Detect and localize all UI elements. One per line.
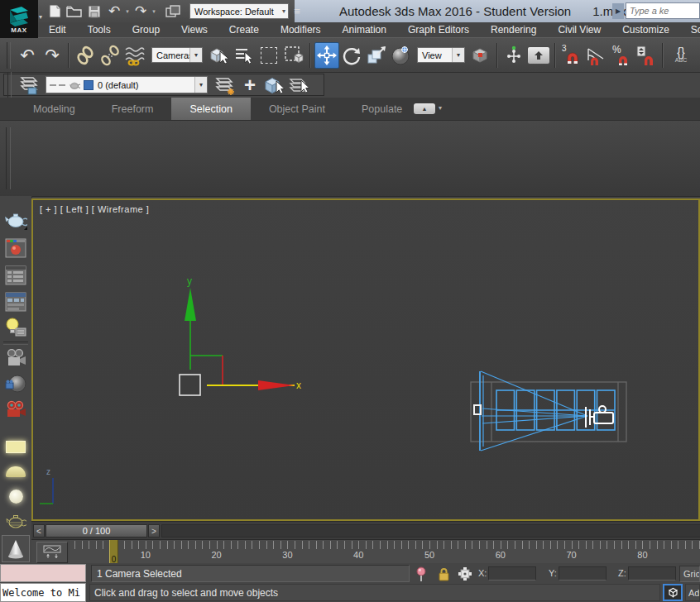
menu-item[interactable]: Create <box>218 24 270 36</box>
toggle-layer-explorer-button[interactable] <box>16 72 41 98</box>
menu-item[interactable]: Tools <box>77 24 122 36</box>
toolbar-overflow-button[interactable]: ≡ <box>290 2 304 21</box>
add-selection-to-layer-button[interactable]: + <box>237 72 262 98</box>
search-go-button[interactable]: ▶ <box>612 3 624 19</box>
edit-named-selection-sets-button[interactable]: {} ABC <box>667 42 695 69</box>
ribbon-tab[interactable]: Object Paint <box>251 98 343 120</box>
undo-button[interactable]: ↶ <box>105 2 123 21</box>
create-cone-button[interactable] <box>2 535 30 562</box>
workspace-dropdown[interactable]: Workspace: Default ▾ <box>189 3 289 19</box>
menu-item[interactable]: Customize <box>611 24 680 36</box>
select-and-link-button[interactable] <box>73 42 98 69</box>
project-folder-button[interactable] <box>164 2 182 21</box>
layer-color-swatch[interactable] <box>84 80 93 90</box>
window-crossing-toggle[interactable] <box>281 42 306 69</box>
link-chain-icon <box>75 45 95 66</box>
menu-item[interactable]: Group <box>122 24 170 36</box>
create-physical-camera-button[interactable] <box>3 371 28 396</box>
select-and-rotate-button[interactable] <box>339 42 364 69</box>
curve-editor-button[interactable] <box>3 263 28 288</box>
create-dome-button[interactable] <box>3 459 28 484</box>
layer-toolbar-grip[interactable] <box>7 72 12 98</box>
new-file-button[interactable] <box>46 2 64 21</box>
snaps-toggle-button[interactable]: 3 <box>559 42 584 69</box>
rendered-frame-window-button[interactable] <box>3 236 28 260</box>
absolute-offset-mode-toggle[interactable] <box>458 566 472 585</box>
menu-item[interactable]: Graph Editors <box>397 24 480 36</box>
create-teapot-button[interactable] <box>3 509 28 533</box>
logo-dropdown-arrow[interactable]: ▾ <box>39 13 42 21</box>
menu-item[interactable]: Animation <box>332 24 397 36</box>
maxscript-mini-listener[interactable]: Welcome to Mi <box>0 583 86 602</box>
unlink-selection-button[interactable] <box>98 42 122 69</box>
ribbon-tab[interactable]: Modeling <box>15 98 93 120</box>
undo-dropdown-arrow[interactable]: ▾ <box>124 8 131 15</box>
schematic-view-button[interactable] <box>3 289 28 314</box>
current-frame-marker[interactable]: 0 <box>109 540 118 564</box>
x-coordinate-field[interactable] <box>488 566 536 580</box>
selection-filter-dropdown[interactable]: Cameras ▾ <box>151 47 203 63</box>
open-file-button[interactable] <box>65 2 84 21</box>
ribbon-tab[interactable]: Selection <box>171 98 250 120</box>
menu-item[interactable]: Edit <box>38 24 77 36</box>
ribbon-grip[interactable] <box>6 127 11 189</box>
create-target-camera-button[interactable] <box>3 397 28 422</box>
angle-snap-toggle[interactable] <box>584 42 609 69</box>
percent-snap-toggle[interactable]: % <box>609 42 634 69</box>
spinner-snap-toggle[interactable] <box>634 42 659 69</box>
layer-explorer-icon <box>17 74 40 96</box>
select-objects-in-layer-button[interactable] <box>262 72 287 98</box>
add-time-tag-panel[interactable]: Add <box>685 584 700 601</box>
next-frame-button[interactable]: > <box>148 524 160 538</box>
layer-list-dropdown[interactable]: 0 (default) ▾ <box>46 76 208 93</box>
menu-item[interactable]: Modifiers <box>270 24 332 36</box>
z-coordinate-field[interactable] <box>628 566 676 580</box>
redo-tool-button[interactable]: ↷ <box>40 42 65 69</box>
previous-frame-button[interactable]: < <box>33 524 45 538</box>
save-file-button[interactable] <box>85 2 103 21</box>
create-plane-button[interactable] <box>3 434 28 459</box>
rectangular-selection-region-button[interactable] <box>257 42 281 69</box>
viewport-left-wireframe[interactable]: [ + ] [ Left ] [ Wireframe ] y x z <box>31 198 700 521</box>
bind-to-space-warp-button[interactable] <box>122 42 147 69</box>
adaptive-degradation-toggle[interactable] <box>663 584 683 601</box>
selection-lock-toggle[interactable] <box>438 567 450 585</box>
ribbon-options-arrow[interactable]: ▾ <box>439 104 442 114</box>
time-slider-track[interactable] <box>161 524 700 538</box>
select-by-name-button[interactable] <box>232 42 257 69</box>
select-object-button[interactable] <box>207 42 232 69</box>
render-setup-button[interactable] <box>3 208 28 232</box>
select-and-move-button[interactable] <box>314 42 339 69</box>
minimize-ribbon-button[interactable]: ▲ <box>414 103 435 114</box>
maxscript-mini-listener-macro-line[interactable] <box>0 564 86 582</box>
snap-magnet-icon: 3 <box>560 44 583 67</box>
ribbon-tab[interactable]: Freeform <box>93 98 172 120</box>
menu-item[interactable]: Views <box>170 24 218 36</box>
isolate-selection-toggle[interactable] <box>415 566 427 585</box>
create-camera-button[interactable] <box>3 346 28 370</box>
redo-dropdown-arrow[interactable]: ▾ <box>151 8 157 15</box>
select-and-manipulate-button[interactable] <box>501 42 526 69</box>
light-lister-button[interactable] <box>3 315 28 340</box>
create-sphere-button[interactable] <box>3 484 28 509</box>
redo-button[interactable]: ↷ <box>132 2 150 21</box>
select-and-place-button[interactable] <box>389 42 414 69</box>
menu-item[interactable]: Scripting <box>680 24 700 36</box>
menu-item[interactable]: Rendering <box>480 24 547 36</box>
toolbar-grip[interactable] <box>7 42 11 69</box>
search-input[interactable] <box>626 2 700 19</box>
undo-tool-button[interactable]: ↶ <box>15 42 40 69</box>
selection-status-field[interactable]: 1 Camera Selected <box>91 565 410 582</box>
create-new-layer-button[interactable] <box>213 72 237 98</box>
time-slider-handle[interactable]: 0 / 100 <box>46 524 147 538</box>
reference-coordinate-dropdown[interactable]: View ▾ <box>417 47 465 63</box>
menu-item[interactable]: Civil View <box>547 24 611 36</box>
application-menu-button[interactable]: MAX <box>0 0 38 38</box>
keyboard-shortcut-override-toggle[interactable] <box>526 42 551 69</box>
select-and-scale-button[interactable] <box>364 42 389 69</box>
set-current-layer-to-selection-button[interactable] <box>287 72 312 98</box>
use-pivot-point-center-button[interactable] <box>468 42 493 69</box>
y-coordinate-field[interactable] <box>559 566 607 580</box>
open-mini-curve-editor-button[interactable] <box>36 542 68 563</box>
track-bar-ruler[interactable]: 0 1020304050607080 <box>70 540 700 564</box>
